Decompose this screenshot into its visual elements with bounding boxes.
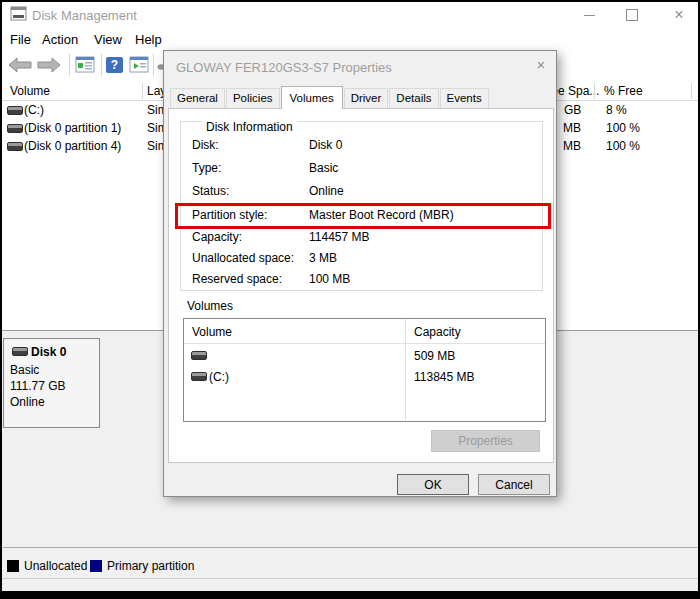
console-tree-icon[interactable] — [75, 56, 95, 77]
info-value: Online — [309, 184, 344, 198]
frame-top — [0, 0, 700, 2]
info-value: Disk 0 — [309, 138, 342, 152]
info-value: 3 MB — [309, 251, 337, 265]
properties-button[interactable]: Properties — [431, 430, 540, 452]
back-icon[interactable] — [7, 56, 33, 78]
maximize-button[interactable] — [621, 6, 643, 24]
info-label-partition-style: Partition style: — [192, 208, 267, 222]
tab-events[interactable]: Events — [440, 88, 489, 108]
minimize-button[interactable] — [578, 6, 600, 24]
column-separator[interactable] — [594, 83, 595, 99]
tab-volumes[interactable]: Volumes — [281, 86, 343, 109]
info-value: 114457 MB — [309, 230, 370, 244]
info-label: Unallocated space: — [192, 251, 294, 265]
volumes-table: Volume Capacity 509 MB (C:) 113845 MB — [183, 318, 546, 422]
dialog-title: GLOWAY FER120GS3-S7 Properties — [176, 60, 392, 75]
status-bar-divider — [2, 578, 698, 579]
volume-capacity: 509 MB — [414, 349, 455, 363]
volume-icon — [7, 106, 23, 115]
menu-bar: File Action View Help — [2, 28, 698, 50]
tab-policies[interactable]: Policies — [226, 88, 280, 108]
tab-general[interactable]: General — [170, 88, 225, 108]
legend-swatch-primary — [90, 560, 102, 572]
info-label: Status: — [192, 184, 229, 198]
column-separator[interactable] — [691, 83, 692, 99]
menu-action[interactable]: Action — [42, 32, 78, 47]
info-value: Basic — [309, 161, 338, 175]
close-button[interactable]: × — [668, 6, 690, 24]
ok-button[interactable]: OK — [397, 474, 469, 495]
volumes-table-row[interactable]: 509 MB — [184, 346, 545, 366]
legend-swatch-unallocated — [7, 560, 19, 572]
volumes-tab-page: Disk Information Disk: Disk 0 Type: Basi… — [168, 108, 554, 463]
disk0-header-block[interactable]: Disk 0 Basic 111.77 GB Online — [3, 338, 100, 428]
column-separator[interactable] — [142, 83, 143, 99]
frame-left — [0, 0, 2, 599]
volume-name: (C:) — [24, 103, 44, 117]
toolbar-separator — [153, 54, 154, 76]
volume-icon — [7, 142, 23, 151]
info-label: Disk: — [192, 138, 219, 152]
volumes-column-capacity: Capacity — [414, 325, 461, 339]
properties-dialog: GLOWAY FER120GS3-S7 Properties × General… — [163, 50, 557, 497]
volume-icon — [7, 124, 23, 133]
window-titlebar: Disk Management × — [2, 2, 698, 28]
info-label: Type: — [192, 161, 221, 175]
volume-name: (Disk 0 partition 4) — [24, 139, 121, 153]
frame-bottom — [0, 591, 700, 599]
toolbar-separator — [69, 54, 70, 76]
tab-details[interactable]: Details — [389, 88, 438, 108]
column-volume[interactable]: Volume — [10, 84, 50, 98]
disk-size: 111.77 GB — [10, 379, 66, 393]
menu-help[interactable]: Help — [135, 32, 162, 47]
volume-name: (C:) — [209, 370, 229, 384]
volume-percent-free: 100 % — [606, 121, 640, 135]
disk-icon — [12, 347, 28, 356]
tab-driver[interactable]: Driver — [344, 88, 389, 108]
disk-management-screenshot: Disk Management × File Action View Help … — [0, 0, 700, 599]
volume-percent-free: 100 % — [606, 139, 640, 153]
toolbar-separator — [101, 54, 102, 76]
volumes-heading: Volumes — [187, 299, 233, 313]
forward-icon[interactable] — [36, 56, 62, 78]
disk-status: Online — [10, 395, 45, 409]
disk-type: Basic — [10, 363, 39, 377]
volumes-column-volume: Volume — [192, 325, 232, 339]
column-percent-free[interactable]: % Free — [604, 84, 643, 98]
disk-information-heading: Disk Information — [202, 121, 297, 134]
cancel-button[interactable]: Cancel — [478, 474, 550, 495]
legend-divider — [2, 547, 698, 548]
disk-name: Disk 0 — [31, 345, 66, 359]
volume-free-space: MB — [563, 121, 581, 135]
legend-label-unallocated: Unallocated — [24, 559, 87, 573]
console-window-icon[interactable] — [129, 56, 149, 77]
info-label: Capacity: — [192, 230, 242, 244]
volume-free-space: GB — [564, 103, 581, 117]
menu-file[interactable]: File — [10, 32, 31, 47]
volumes-table-row[interactable]: (C:) 113845 MB — [184, 367, 545, 387]
menu-view[interactable]: View — [94, 32, 122, 47]
volume-free-space: MB — [563, 139, 581, 153]
disk-information-group: Disk Information — [180, 121, 543, 291]
info-label: Reserved space: — [192, 272, 282, 286]
close-icon[interactable]: × — [530, 55, 552, 73]
volume-icon — [191, 372, 207, 381]
info-value-partition-style: Master Boot Record (MBR) — [309, 208, 454, 222]
info-value: 100 MB — [309, 272, 350, 286]
help-icon[interactable]: ? — [106, 57, 123, 73]
volume-percent-free: 8 % — [606, 103, 627, 117]
volume-capacity: 113845 MB — [414, 370, 475, 384]
tab-strip: General Policies Volumes Driver Details … — [170, 86, 490, 108]
window-title: Disk Management — [32, 8, 137, 23]
volumes-header-divider — [184, 343, 545, 344]
volume-name: (Disk 0 partition 1) — [24, 121, 121, 135]
app-icon — [10, 6, 27, 26]
legend-label-primary: Primary partition — [107, 559, 194, 573]
volume-icon — [191, 351, 207, 360]
